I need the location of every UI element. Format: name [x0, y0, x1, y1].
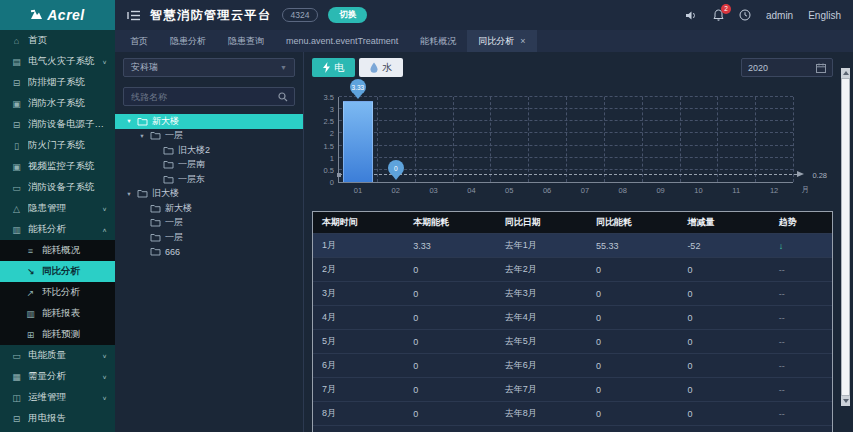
sidebar-item-13[interactable]: ⊟用电报告	[0, 408, 115, 429]
grid-vline	[528, 97, 529, 182]
sidebar-item-9[interactable]: ▥能耗分析∧	[0, 219, 115, 240]
sidebar-item-10[interactable]: ▭电能质量∨	[0, 345, 115, 366]
yoy-table-wrap: 本期时间本期能耗同比日期同比能耗增减量趋势 1月3.33去年1月55.33-52…	[312, 211, 833, 432]
tree-node-0[interactable]: ▼新大楼	[115, 114, 303, 129]
sidebar-item-8[interactable]: △隐患管理∨	[0, 198, 115, 219]
collapse-menu-icon[interactable]	[127, 10, 140, 21]
search-icon[interactable]	[272, 92, 294, 102]
sidebar-subitem-9-2[interactable]: ↗环比分析	[0, 282, 115, 303]
home-icon: ⌂	[11, 36, 22, 46]
user-name[interactable]: admin	[766, 10, 793, 21]
sidebar-item-label: 电能质量	[28, 349, 96, 362]
sidebar-subitem-9-3[interactable]: ▥能耗报表	[0, 303, 115, 324]
sidebar-subitem-9-1[interactable]: ↘同比分析	[0, 261, 115, 282]
col-header-5: 趋势	[770, 212, 832, 234]
cell-6-2: 去年7月	[496, 378, 587, 402]
search-input[interactable]	[124, 92, 272, 102]
chevron-up-icon: ∧	[102, 226, 107, 232]
chevron-down-icon: ∨	[102, 373, 107, 379]
tab-4[interactable]: 能耗概况	[409, 30, 467, 52]
scrollbar-thumb[interactable]	[841, 78, 850, 396]
cell-0-1: 3.33	[404, 234, 495, 258]
volume-icon[interactable]	[685, 10, 698, 21]
x-axis-tick: 08	[619, 186, 627, 195]
sidebar-item-label: 运维管理	[28, 391, 96, 404]
sidebar-item-label: 防排烟子系统	[28, 76, 107, 89]
tree-node-4[interactable]: 一层东	[123, 172, 295, 187]
sidebar-item-7[interactable]: ▭消防设备子系统	[0, 177, 115, 198]
switch-button[interactable]: 切换	[328, 7, 367, 23]
y-axis-tick: 0	[330, 178, 334, 187]
sidebar-subitem-label: 能耗报表	[42, 307, 115, 320]
tree-node-9[interactable]: 666	[123, 245, 295, 260]
notification-bell-icon[interactable]: 2	[713, 9, 724, 21]
analysis-section: 电 水 2020 0.28 月 00.511.522.533.	[303, 52, 853, 432]
grid-vline	[680, 97, 681, 182]
cell-3-3: 0	[587, 306, 678, 330]
sidebar-item-0[interactable]: ⌂首页	[0, 30, 115, 51]
sidebar-subitem-9-0[interactable]: ≡能耗概况	[0, 240, 115, 261]
clock-icon[interactable]	[739, 9, 751, 21]
year-picker[interactable]: 2020	[741, 58, 833, 77]
tab-3[interactable]: menu.avent.eventTreatment	[275, 30, 409, 52]
table-row: 9月0去年9月00--	[313, 426, 832, 432]
sidebar-item-5[interactable]: ▯防火门子系统	[0, 135, 115, 156]
yoy-analysis-icon: ↘	[25, 267, 36, 277]
x-axis-tick: 01	[354, 186, 362, 195]
y-axis-tick: 2	[330, 129, 334, 138]
sidebar-item-2[interactable]: ⊟防排烟子系统	[0, 72, 115, 93]
scroll-down-icon[interactable]	[841, 397, 850, 406]
chevron-down-icon: ∨	[102, 205, 107, 211]
cell-0-5: ↓	[770, 234, 832, 258]
data-pin-02: 0	[388, 160, 404, 176]
tree-node-2[interactable]: 旧大楼2	[123, 143, 295, 158]
fire-water-icon: ▣	[11, 99, 22, 109]
data-pin-01: 3.33	[350, 79, 366, 95]
water-button[interactable]: 水	[359, 58, 403, 77]
sidebar-item-label: 消防设备子系统	[28, 181, 107, 194]
folder-icon	[150, 247, 161, 256]
cell-1-0: 2月	[313, 258, 404, 282]
sidebar-item-3[interactable]: ▣消防水子系统	[0, 93, 115, 114]
org-select[interactable]: 安科瑞 ▼	[123, 58, 295, 77]
sidebar-item-6[interactable]: ▣视频监控子系统	[0, 156, 115, 177]
tab-2[interactable]: 隐患查询	[217, 30, 275, 52]
sidebar-subitem-9-4[interactable]: ⊞能耗预测	[0, 324, 115, 345]
tab-label: menu.avent.eventTreatment	[286, 36, 398, 46]
tab-close-icon[interactable]: ×	[520, 36, 525, 46]
chart-plot-area: 0.28 月 00.511.522.533.501020304050607080…	[338, 97, 793, 183]
scroll-up-icon[interactable]	[841, 68, 850, 77]
tab-5[interactable]: 同比分析×	[467, 30, 536, 52]
bar-01[interactable]	[343, 101, 373, 182]
tree-node-3[interactable]: 一层南	[123, 158, 295, 173]
tab-1[interactable]: 隐患分析	[159, 30, 217, 52]
cell-0-0: 1月	[313, 234, 404, 258]
brand-logo: Acrel	[0, 0, 115, 30]
cell-2-3: 0	[587, 282, 678, 306]
tree-node-6[interactable]: 新大楼	[123, 201, 295, 216]
tree-node-5[interactable]: ▼旧大楼	[123, 187, 295, 202]
table-row: 8月0去年8月00--	[313, 402, 832, 426]
tab-label: 隐患查询	[228, 35, 264, 48]
vertical-scrollbar[interactable]	[841, 68, 850, 406]
cell-1-3: 0	[587, 258, 678, 282]
y-axis-tick: 2.5	[324, 117, 334, 126]
tree-node-8[interactable]: 一层	[123, 230, 295, 245]
sidebar-item-11[interactable]: ▦需量分析∨	[0, 366, 115, 387]
cell-7-2: 去年8月	[496, 402, 587, 426]
language-switch[interactable]: English	[808, 10, 841, 21]
x-axis-tick: 02	[392, 186, 400, 195]
cell-5-1: 0	[404, 354, 495, 378]
sidebar-item-12[interactable]: ◫运维管理∨	[0, 387, 115, 408]
cell-3-2: 去年4月	[496, 306, 587, 330]
sidebar-item-1[interactable]: ▤电气火灾子系统∨	[0, 51, 115, 72]
tree-node-7[interactable]: 一层	[123, 216, 295, 231]
tab-0[interactable]: 首页	[119, 30, 159, 52]
folder-icon	[163, 175, 174, 184]
cell-4-2: 去年5月	[496, 330, 587, 354]
tree-node-label: 一层南	[178, 158, 205, 171]
electric-button[interactable]: 电	[312, 58, 355, 77]
header-main: 智慧消防管理云平台 4324 切换 2 admin English	[115, 0, 853, 30]
sidebar-item-4[interactable]: ⊟消防设备电源子系统	[0, 114, 115, 135]
tree-node-1[interactable]: ▼一层	[123, 129, 295, 144]
